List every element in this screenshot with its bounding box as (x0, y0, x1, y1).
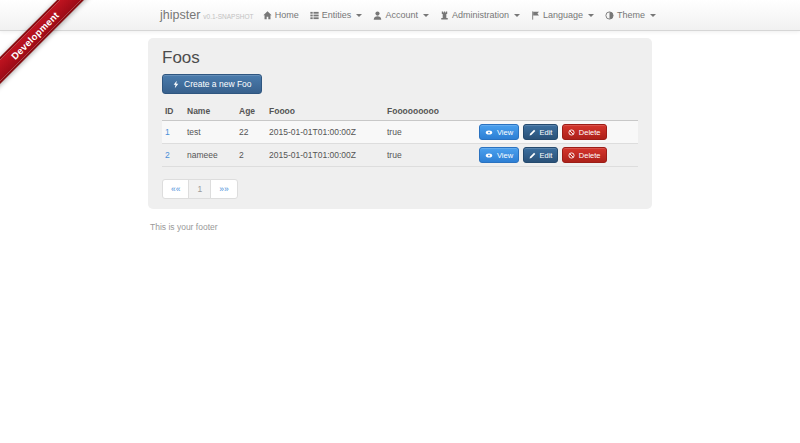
pagination-first-button[interactable]: «« (162, 179, 189, 199)
delete-label: Delete (579, 151, 601, 160)
nav-item-theme[interactable]: Theme (605, 10, 656, 20)
ban-icon (568, 152, 575, 159)
eye-icon (485, 129, 493, 136)
nav-item-account[interactable]: Account (373, 10, 429, 20)
view-button[interactable]: View (479, 124, 519, 140)
view-button[interactable]: View (479, 147, 519, 163)
delete-button[interactable]: Delete (562, 147, 607, 163)
nav-item-label: Account (385, 10, 418, 20)
cell-age: 22 (236, 121, 266, 144)
col-header-fooooooooo: Fooooooooo (384, 102, 476, 121)
view-label: View (497, 128, 513, 137)
navbar: jhipster v0.1-SNAPSHOT Home Entities (0, 0, 800, 31)
cell-foooo: 2015-01-01T01:00:00Z (266, 144, 384, 167)
col-header-foooo: Foooo (266, 102, 384, 121)
ban-icon (568, 129, 575, 136)
tower-icon (440, 11, 449, 20)
col-header-id: ID (162, 102, 184, 121)
pagination: «« 1 »» (162, 179, 238, 199)
nav-item-label: Home (275, 10, 299, 20)
chevron-down-icon (650, 14, 656, 17)
delete-label: Delete (579, 128, 601, 137)
cell-age: 2 (236, 144, 266, 167)
home-icon (263, 11, 272, 20)
flash-icon (172, 80, 180, 89)
brand-version: v0.1-SNAPSHOT (203, 13, 253, 20)
row-id-link[interactable]: 1 (165, 127, 170, 137)
cell-fooooooooo: true (384, 121, 476, 144)
col-header-name: Name (184, 102, 236, 121)
list-icon (310, 11, 319, 20)
row-id-link[interactable]: 2 (165, 150, 170, 160)
page-title: Foos (162, 48, 638, 68)
eye-icon (485, 152, 493, 159)
create-foo-button[interactable]: Create a new Foo (162, 74, 262, 94)
nav-item-label: Administration (452, 10, 509, 20)
edit-button[interactable]: Edit (523, 147, 559, 163)
col-header-age: Age (236, 102, 266, 121)
nav-item-language[interactable]: Language (531, 10, 594, 20)
cell-name: nameee (184, 144, 236, 167)
cell-name: test (184, 121, 236, 144)
view-label: View (497, 151, 513, 160)
delete-button[interactable]: Delete (562, 124, 607, 140)
flag-icon (531, 11, 540, 20)
create-foo-label: Create a new Foo (184, 79, 252, 89)
nav-item-administration[interactable]: Administration (440, 10, 520, 20)
pencil-icon (529, 129, 536, 136)
edit-label: Edit (540, 128, 553, 137)
brand[interactable]: jhipster v0.1-SNAPSHOT (160, 8, 254, 22)
cell-foooo: 2015-01-01T01:00:00Z (266, 121, 384, 144)
main-nav: Home Entities Account Admi (263, 10, 656, 20)
pagination-page-1[interactable]: 1 (188, 179, 211, 199)
brand-name: jhipster (160, 8, 200, 22)
col-header-actions (476, 102, 638, 121)
pencil-icon (529, 152, 536, 159)
edit-button[interactable]: Edit (523, 124, 559, 140)
cell-fooooooooo: true (384, 144, 476, 167)
chevron-down-icon (588, 14, 594, 17)
foos-table: ID Name Age Foooo Fooooooooo 1 test 22 2… (162, 102, 638, 167)
nav-item-label: Theme (617, 10, 645, 20)
pagination-last-button[interactable]: »» (210, 179, 237, 199)
table-header-row: ID Name Age Foooo Fooooooooo (162, 102, 638, 121)
nav-item-label: Language (543, 10, 583, 20)
table-row: 2 nameee 2 2015-01-01T01:00:00Z true Vie… (162, 144, 638, 167)
chevron-down-icon (423, 14, 429, 17)
user-icon (373, 11, 382, 20)
chevron-down-icon (356, 14, 362, 17)
nav-item-home[interactable]: Home (263, 10, 299, 20)
footer-text: This is your footer (148, 222, 652, 232)
nav-item-entities[interactable]: Entities (310, 10, 363, 20)
foos-panel: Foos Create a new Foo ID Name Age Foooo … (148, 38, 652, 209)
chevron-down-icon (514, 14, 520, 17)
main-container: Foos Create a new Foo ID Name Age Foooo … (148, 38, 652, 232)
table-row: 1 test 22 2015-01-01T01:00:00Z true View… (162, 121, 638, 144)
nav-item-label: Entities (322, 10, 352, 20)
edit-label: Edit (540, 151, 553, 160)
adjust-icon (605, 11, 614, 20)
